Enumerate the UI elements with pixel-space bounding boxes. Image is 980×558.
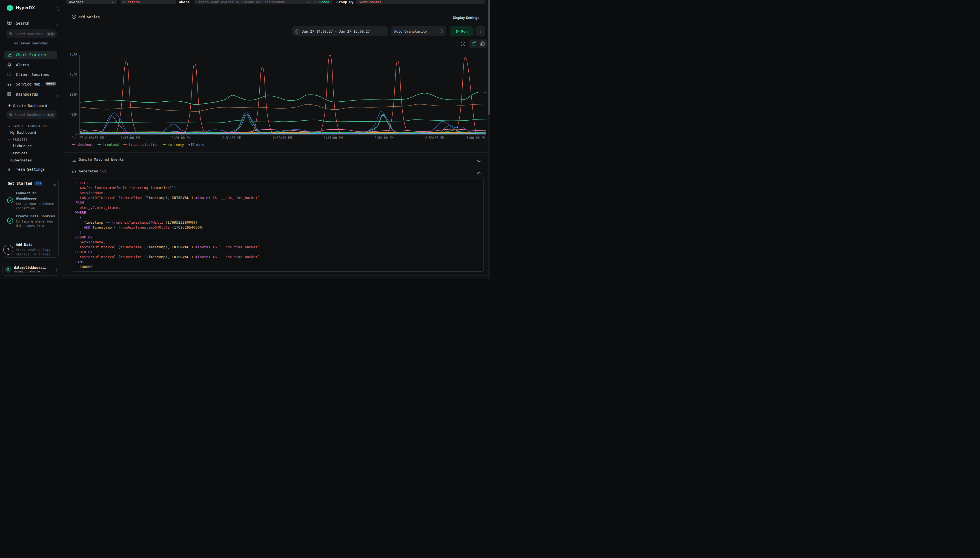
user-account-button[interactable]: D dale@clickhouse.… dale@clickhouse.c… bbox=[2, 263, 60, 276]
scrollbar-thumb[interactable] bbox=[488, 0, 490, 115]
chevron-down-icon bbox=[8, 125, 11, 128]
series-line-unnamed-2 bbox=[80, 119, 486, 123]
sidebar-item-services[interactable]: Services bbox=[10, 151, 28, 155]
sidebar-item-team-settings[interactable]: ⚙ Team Settings bbox=[0, 166, 63, 173]
add-series-label: Add Series bbox=[79, 15, 100, 19]
line-chart-icon[interactable] bbox=[472, 41, 476, 47]
x-tick-label: 3:08:00 PM bbox=[466, 136, 485, 140]
y-tick-mark bbox=[78, 134, 79, 135]
metric-field-input[interactable]: Duration bbox=[121, 0, 176, 4]
x-tick-mark bbox=[384, 134, 384, 136]
search-input[interactable]: Search your events w/ Lucene ex: columnN… bbox=[194, 0, 332, 4]
legend-item[interactable]: checkout bbox=[72, 143, 93, 147]
sql-code: SELECT AVG(toFloat64OrDefault (toString … bbox=[75, 181, 480, 269]
sample-matched-events-header[interactable]: Sample Matched Events bbox=[63, 153, 490, 167]
aggregation-value: Average bbox=[69, 0, 83, 4]
saved-searches-placeholder: Saved Searches bbox=[15, 32, 46, 36]
legend-item[interactable]: frontend bbox=[98, 143, 119, 147]
group-by-input[interactable]: ServiceName bbox=[356, 0, 485, 4]
x-tick-label: 2:17:00 PM bbox=[121, 136, 140, 140]
sidebar-item-service-map[interactable]: Service Map BETA bbox=[0, 80, 63, 88]
x-tick-label: Jan 27 2:08:00 PM bbox=[72, 136, 104, 140]
run-button[interactable]: Run bbox=[450, 26, 474, 36]
checklist-item[interactable]: 3 Add DataStart sending logs, metrics, o… bbox=[7, 242, 56, 256]
no-saved-searches-text: No saved searches bbox=[14, 41, 48, 45]
checklist-item[interactable]: Connect to ClickHouseSet up your databas… bbox=[7, 190, 56, 210]
beta-badge: BETA bbox=[46, 82, 56, 85]
sidebar-item-client-sessions[interactable]: Client Sessions bbox=[0, 71, 63, 78]
series-line-frontend bbox=[80, 92, 486, 104]
saved-searches-input[interactable]: Saved Searches ⌘ K bbox=[6, 30, 57, 38]
list-icon bbox=[72, 158, 76, 163]
sidebar-collapse-icon[interactable] bbox=[54, 6, 59, 11]
y-axis-labels: 0400M800M1.2B1.6B bbox=[63, 55, 78, 134]
timeseries-chart[interactable] bbox=[79, 55, 486, 135]
lucene-mode-toggle[interactable]: Lucene bbox=[317, 0, 329, 4]
checklist-item-desc: Configure where your data comes from bbox=[16, 219, 56, 228]
create-dashboard-button[interactable]: + Create Dashboard bbox=[0, 102, 63, 109]
sidebar-item-dashboards[interactable]: Dashboards bbox=[0, 91, 63, 98]
plus-circle-icon bbox=[72, 15, 76, 19]
kbd-shortcut: ⌘ K bbox=[46, 113, 55, 117]
main-content: Average Duration Where Search your event… bbox=[63, 0, 490, 279]
add-series-button[interactable]: Add Series bbox=[72, 15, 100, 19]
legend-dash bbox=[72, 144, 75, 145]
time-window-icon[interactable] bbox=[460, 41, 466, 48]
legend-label: frontend bbox=[103, 143, 119, 147]
y-tick-mark bbox=[78, 75, 79, 75]
y-tick-label: 1.2B bbox=[70, 73, 77, 77]
sidebar-item-search[interactable]: Search bbox=[0, 20, 63, 27]
saved-dashboards-input[interactable]: Saved Dashboards ⌘ K bbox=[6, 110, 57, 119]
legend-item[interactable]: currency bbox=[163, 143, 184, 147]
service-map-icon bbox=[7, 82, 11, 87]
sidebar-item-clickhouse[interactable]: ClickHouse bbox=[10, 144, 32, 148]
toggle-divider: | bbox=[313, 0, 315, 4]
get-started-title: Get Started bbox=[8, 181, 32, 185]
sidebar-item-alerts[interactable]: Alerts bbox=[0, 61, 63, 69]
sidebar-item-my-dashboard[interactable]: My Dashboard bbox=[10, 130, 36, 135]
bar-chart-icon[interactable] bbox=[480, 41, 484, 47]
sidebar-item-label: Alerts bbox=[16, 63, 29, 67]
y-tick-label: 0 bbox=[75, 132, 77, 136]
x-tick-label: 2:31:00 PM bbox=[222, 136, 241, 140]
x-tick-label: 2:52:00 PM bbox=[375, 136, 393, 140]
more-options-button[interactable]: ⋮ bbox=[476, 26, 485, 36]
legend-label: checkout bbox=[77, 143, 93, 147]
chart-explorer-icon bbox=[8, 53, 12, 58]
x-tick-mark bbox=[283, 134, 283, 136]
sidebar-item-kubernetes[interactable]: Kubernetes bbox=[10, 158, 32, 162]
bell-icon bbox=[7, 62, 11, 68]
run-label: Run bbox=[461, 30, 468, 33]
y-tick-mark bbox=[78, 55, 79, 55]
chart-legend: checkoutfrontendfraud-detectioncurrency … bbox=[72, 143, 205, 147]
group-by-label: Group By bbox=[336, 0, 353, 4]
x-tick-mark bbox=[486, 134, 486, 136]
y-tick-label: 400M bbox=[70, 113, 77, 117]
legend-item[interactable]: fraud-detection bbox=[123, 143, 158, 147]
y-tick-label: 800M bbox=[70, 93, 77, 97]
check-circle-icon bbox=[7, 190, 13, 210]
chevron-up-icon[interactable] bbox=[53, 182, 56, 187]
dashboards-icon bbox=[7, 92, 11, 97]
legend-label: fraud-detection bbox=[129, 143, 158, 147]
help-button[interactable]: ? bbox=[3, 245, 13, 254]
hyperdx-logo-icon: ⚡ bbox=[7, 5, 13, 11]
sidebar-item-chart-explorer[interactable]: Chart Explorer bbox=[4, 51, 57, 59]
granularity-select[interactable]: Auto Granularity bbox=[391, 26, 446, 36]
legend-more-link[interactable]: +12 more bbox=[188, 143, 205, 147]
section-title: Sample Matched Events bbox=[79, 157, 124, 161]
date-range-picker[interactable]: Jan 27 14:08:27 - Jan 27 15:08:27 bbox=[292, 26, 388, 36]
generated-sql-code-block[interactable]: SELECT AVG(toFloat64OrDefault (toString … bbox=[72, 178, 484, 272]
x-tick-mark bbox=[130, 134, 131, 136]
series-line-unnamed-4 bbox=[80, 115, 486, 134]
generated-sql-header[interactable]: Generated SQL bbox=[63, 167, 490, 178]
aggregation-select[interactable]: Average bbox=[66, 0, 117, 4]
checklist-item[interactable]: Create Data SourcesConfigure where your … bbox=[7, 213, 56, 228]
section-title: Generated SQL bbox=[79, 169, 107, 173]
page-scrollbar[interactable] bbox=[488, 0, 490, 279]
sidebar: ⚡ HyperDX Search Saved Searches ⌘ K No s… bbox=[0, 0, 63, 279]
presets-header[interactable]: PRESETS bbox=[8, 138, 28, 141]
display-settings-button[interactable]: Display Settings bbox=[447, 14, 485, 21]
sql-mode-toggle[interactable]: SQL bbox=[306, 0, 312, 4]
saved-dashboards-header[interactable]: SAVED DASHBOARDS bbox=[8, 125, 47, 128]
